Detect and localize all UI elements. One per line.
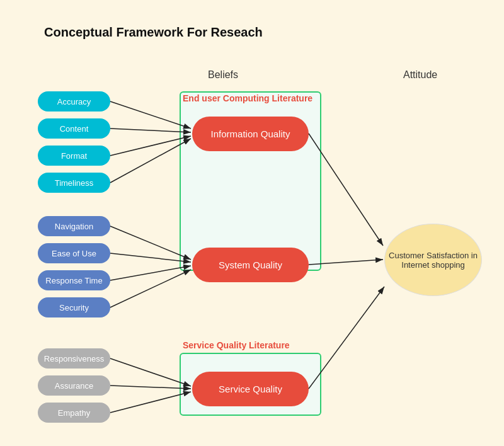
teal-item-2: Format	[38, 146, 110, 166]
information-quality-box: Information Quality	[192, 117, 309, 151]
svg-line-10	[110, 386, 191, 389]
customer-satisfaction-box: Customer Satisfaction in Internet shoppi…	[384, 224, 482, 296]
svg-line-8	[110, 270, 191, 307]
blue-item-2: Response Time	[38, 270, 110, 290]
svg-line-5	[110, 226, 191, 260]
gray-item-1: Assurance	[38, 375, 110, 396]
attitude-label: Attitude	[403, 69, 437, 81]
page-title: Conceptual Framework For Reseach	[44, 25, 263, 40]
beliefs-label: Beliefs	[208, 69, 238, 81]
gray-item-0: Responsiveness	[38, 348, 110, 369]
bottom-literature-label: Service Quality Literature	[183, 340, 290, 350]
svg-line-2	[110, 129, 191, 132]
teal-item-1: Content	[38, 118, 110, 139]
system-quality-box: System Quality	[192, 248, 309, 282]
blue-item-3: Security	[38, 297, 110, 317]
blue-item-0: Navigation	[38, 216, 110, 236]
teal-item-0: Accuracy	[38, 91, 110, 112]
svg-line-3	[110, 136, 191, 156]
svg-line-4	[110, 139, 191, 183]
service-quality-box: Service Quality	[192, 372, 309, 406]
svg-line-7	[110, 266, 191, 280]
svg-line-6	[110, 253, 191, 262]
blue-item-1: Ease of Use	[38, 243, 110, 263]
svg-line-11	[110, 392, 191, 413]
svg-line-1	[110, 101, 191, 129]
teal-item-3: Timeliness	[38, 173, 110, 193]
svg-line-9	[110, 358, 191, 386]
top-literature-label: End user Computing Literature	[183, 93, 312, 103]
gray-item-2: Empathy	[38, 403, 110, 423]
